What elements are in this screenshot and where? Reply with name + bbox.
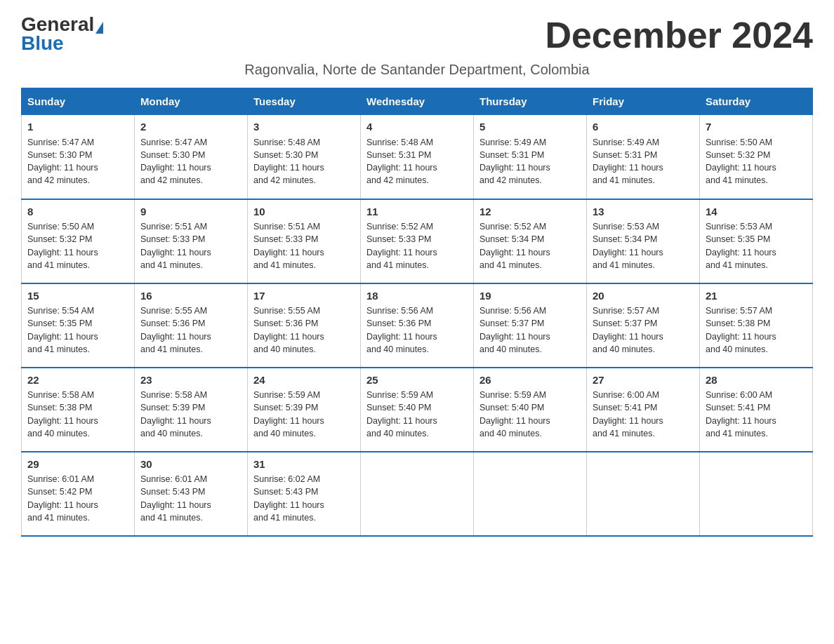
sunset-text: Sunset: 5:40 PM — [479, 403, 544, 412]
daylight-continuation: and 41 minutes. — [253, 513, 316, 523]
day-number: 2 — [140, 119, 241, 135]
sunrise-text: Sunrise: 5:49 AM — [593, 137, 659, 147]
sunrise-text: Sunrise: 5:57 AM — [706, 306, 772, 316]
day-number: 7 — [706, 119, 807, 135]
sunset-text: Sunset: 5:38 PM — [706, 318, 770, 328]
sunset-text: Sunset: 5:30 PM — [27, 150, 92, 160]
daylight-text: Daylight: 11 hours — [253, 500, 324, 510]
calendar-week-row: 8 Sunrise: 5:50 AM Sunset: 5:32 PM Dayli… — [22, 199, 813, 283]
sunrise-text: Sunrise: 6:01 AM — [140, 474, 207, 484]
column-header-tuesday: Tuesday — [248, 88, 361, 115]
daylight-text: Daylight: 11 hours — [27, 332, 98, 342]
calendar-cell — [700, 452, 813, 536]
sunrise-text: Sunrise: 5:58 AM — [27, 390, 94, 400]
daylight-text: Daylight: 11 hours — [706, 163, 776, 173]
calendar-cell: 15 Sunrise: 5:54 AM Sunset: 5:35 PM Dayl… — [22, 283, 135, 368]
daylight-continuation: and 41 minutes. — [706, 260, 768, 270]
sunrise-text: Sunrise: 5:56 AM — [479, 306, 546, 316]
daylight-continuation: and 41 minutes. — [366, 260, 429, 270]
calendar-cell: 12 Sunrise: 5:52 AM Sunset: 5:34 PM Dayl… — [474, 199, 587, 283]
calendar-cell: 10 Sunrise: 5:51 AM Sunset: 5:33 PM Dayl… — [248, 199, 361, 283]
month-title: December 2024 — [545, 14, 813, 56]
day-number: 11 — [366, 204, 468, 220]
column-header-thursday: Thursday — [474, 88, 587, 115]
daylight-continuation: and 40 minutes. — [366, 344, 429, 354]
daylight-text: Daylight: 11 hours — [253, 332, 324, 342]
day-number: 27 — [593, 373, 694, 388]
column-header-saturday: Saturday — [700, 88, 813, 115]
calendar-cell: 8 Sunrise: 5:50 AM Sunset: 5:32 PM Dayli… — [22, 199, 135, 283]
calendar-week-row: 29 Sunrise: 6:01 AM Sunset: 5:42 PM Dayl… — [22, 452, 813, 536]
column-header-friday: Friday — [587, 88, 700, 115]
sunset-text: Sunset: 5:30 PM — [140, 150, 205, 160]
day-number: 29 — [27, 457, 128, 472]
sunrise-text: Sunrise: 6:01 AM — [27, 474, 94, 484]
calendar-week-row: 15 Sunrise: 5:54 AM Sunset: 5:35 PM Dayl… — [22, 283, 813, 368]
sunrise-text: Sunrise: 5:49 AM — [479, 137, 546, 147]
day-number: 24 — [253, 373, 355, 388]
daylight-text: Daylight: 11 hours — [366, 416, 437, 426]
daylight-text: Daylight: 11 hours — [593, 248, 663, 257]
day-number: 9 — [140, 204, 241, 220]
sunrise-text: Sunrise: 6:02 AM — [253, 474, 320, 484]
daylight-text: Daylight: 11 hours — [593, 163, 663, 173]
day-number: 8 — [27, 204, 128, 220]
day-number: 30 — [140, 457, 241, 472]
page-header: General Blue December 2024 — [21, 14, 813, 56]
calendar-cell: 3 Sunrise: 5:48 AM Sunset: 5:30 PM Dayli… — [248, 115, 361, 199]
sunset-text: Sunset: 5:32 PM — [27, 234, 92, 244]
daylight-text: Daylight: 11 hours — [479, 163, 550, 173]
daylight-continuation: and 41 minutes. — [27, 513, 90, 523]
calendar-cell: 31 Sunrise: 6:02 AM Sunset: 5:43 PM Dayl… — [248, 452, 361, 536]
day-number: 23 — [140, 373, 241, 388]
daylight-continuation: and 40 minutes. — [593, 344, 655, 354]
day-number: 5 — [479, 119, 581, 135]
calendar-cell: 14 Sunrise: 5:53 AM Sunset: 5:35 PM Dayl… — [700, 199, 813, 283]
sunset-text: Sunset: 5:37 PM — [593, 318, 657, 328]
daylight-continuation: and 41 minutes. — [479, 260, 542, 270]
daylight-continuation: and 41 minutes. — [140, 260, 203, 270]
daylight-text: Daylight: 11 hours — [593, 416, 663, 426]
sunrise-text: Sunrise: 5:55 AM — [140, 306, 207, 316]
sunset-text: Sunset: 5:31 PM — [593, 150, 657, 160]
sunset-text: Sunset: 5:31 PM — [366, 150, 431, 160]
sunset-text: Sunset: 5:37 PM — [479, 318, 544, 328]
day-number: 25 — [366, 373, 468, 388]
daylight-continuation: and 40 minutes. — [27, 429, 90, 438]
day-number: 4 — [366, 119, 468, 135]
sunset-text: Sunset: 5:36 PM — [253, 318, 318, 328]
sunrise-text: Sunrise: 5:52 AM — [479, 222, 546, 232]
day-number: 28 — [706, 373, 807, 388]
sunset-text: Sunset: 5:38 PM — [27, 403, 92, 412]
column-header-wednesday: Wednesday — [361, 88, 474, 115]
sunrise-text: Sunrise: 5:54 AM — [27, 306, 94, 316]
calendar-cell: 7 Sunrise: 5:50 AM Sunset: 5:32 PM Dayli… — [700, 115, 813, 199]
daylight-text: Daylight: 11 hours — [140, 163, 211, 173]
day-number: 12 — [479, 204, 581, 220]
sunrise-text: Sunrise: 5:58 AM — [140, 390, 207, 400]
day-number: 31 — [253, 457, 355, 472]
daylight-continuation: and 42 minutes. — [140, 175, 203, 185]
calendar-cell: 26 Sunrise: 5:59 AM Sunset: 5:40 PM Dayl… — [474, 368, 587, 452]
daylight-continuation: and 42 minutes. — [253, 175, 316, 185]
calendar-cell: 4 Sunrise: 5:48 AM Sunset: 5:31 PM Dayli… — [361, 115, 474, 199]
sunset-text: Sunset: 5:33 PM — [253, 234, 318, 244]
calendar-cell: 16 Sunrise: 5:55 AM Sunset: 5:36 PM Dayl… — [135, 283, 248, 368]
daylight-continuation: and 40 minutes. — [479, 429, 542, 438]
daylight-text: Daylight: 11 hours — [366, 332, 437, 342]
sunrise-text: Sunrise: 6:00 AM — [593, 390, 659, 400]
sunset-text: Sunset: 5:43 PM — [253, 487, 318, 497]
day-number: 17 — [253, 288, 355, 304]
column-header-monday: Monday — [135, 88, 248, 115]
sunset-text: Sunset: 5:36 PM — [366, 318, 431, 328]
daylight-text: Daylight: 11 hours — [479, 332, 550, 342]
day-number: 26 — [479, 373, 581, 388]
calendar-cell: 1 Sunrise: 5:47 AM Sunset: 5:30 PM Dayli… — [22, 115, 135, 199]
sunrise-text: Sunrise: 5:48 AM — [366, 137, 433, 147]
calendar-cell: 22 Sunrise: 5:58 AM Sunset: 5:38 PM Dayl… — [22, 368, 135, 452]
sunrise-text: Sunrise: 5:59 AM — [253, 390, 320, 400]
calendar-week-row: 22 Sunrise: 5:58 AM Sunset: 5:38 PM Dayl… — [22, 368, 813, 452]
day-number: 21 — [706, 288, 807, 304]
daylight-continuation: and 41 minutes. — [140, 344, 203, 354]
calendar-cell: 28 Sunrise: 6:00 AM Sunset: 5:41 PM Dayl… — [700, 368, 813, 452]
